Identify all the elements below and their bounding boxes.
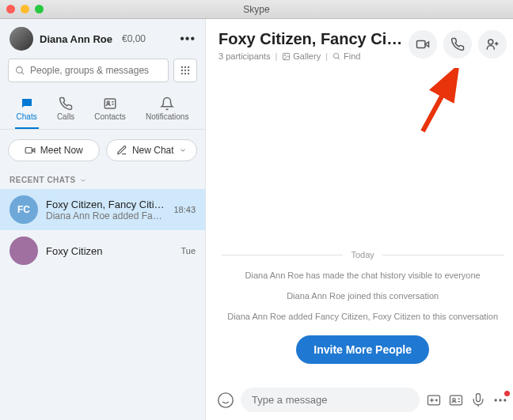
contact-card-button[interactable] — [448, 392, 464, 408]
participants-count[interactable]: 3 participants — [218, 51, 270, 61]
conversation-header: Foxy Citizen, Fancy Ci… 3 participants |… — [206, 19, 513, 69]
tab-contacts-label: Contacts — [94, 112, 125, 121]
svg-rect-21 — [417, 41, 426, 48]
system-message: Diana Ann Roe has made the chat history … — [245, 271, 481, 280]
chat-time: 18:43 — [173, 205, 196, 214]
search-icon — [332, 52, 341, 61]
user-row: Diana Ann Roe €0,00 ••• — [0, 19, 205, 55]
window-title: Skype — [243, 4, 269, 15]
new-chat-label: New Chat — [132, 145, 174, 156]
tab-notifications-label: Notifications — [146, 112, 188, 121]
message-input[interactable] — [252, 394, 408, 406]
user-balance[interactable]: €0,00 — [122, 33, 146, 44]
svg-point-32 — [436, 399, 438, 401]
maximize-window-button[interactable] — [35, 5, 44, 13]
svg-point-5 — [181, 70, 183, 71]
svg-line-20 — [338, 57, 340, 59]
chevron-down-icon — [179, 146, 187, 154]
search-icon — [15, 66, 25, 76]
svg-point-18 — [285, 55, 286, 55]
tab-calls[interactable]: Calls — [55, 93, 76, 129]
svg-point-4 — [188, 66, 189, 68]
search-input[interactable] — [30, 65, 162, 76]
find-link[interactable]: Find — [332, 51, 360, 61]
svg-point-19 — [333, 53, 338, 58]
meet-now-label: Meet Now — [40, 145, 83, 156]
svg-rect-33 — [450, 395, 462, 405]
main-panel: Foxy Citizen, Fancy Ci… 3 participants |… — [206, 19, 513, 420]
chat-list-item[interactable]: FC Foxy Citizen, Fancy CitizenDiana Ann … — [0, 189, 205, 230]
svg-point-0 — [17, 66, 23, 73]
notification-dot — [504, 391, 510, 396]
chat-title: Foxy Citizen — [46, 245, 173, 257]
more-menu-button[interactable]: ••• — [180, 32, 196, 46]
svg-point-8 — [181, 73, 183, 74]
svg-point-6 — [184, 70, 186, 71]
svg-point-40 — [500, 399, 502, 401]
svg-point-3 — [184, 66, 186, 68]
svg-point-7 — [188, 70, 189, 71]
svg-point-12 — [107, 101, 109, 104]
chat-list-item[interactable]: Foxy Citizen Tue — [0, 230, 205, 271]
tab-notifications[interactable]: Notifications — [144, 93, 190, 129]
meet-now-button[interactable]: Meet Now — [8, 139, 100, 161]
svg-point-9 — [184, 73, 186, 74]
tab-chats[interactable]: Chats — [15, 93, 39, 129]
chat-time: Tue — [180, 246, 196, 255]
svg-point-26 — [218, 392, 233, 407]
invite-more-button[interactable]: Invite More People — [296, 335, 429, 364]
audio-call-button[interactable] — [443, 30, 472, 59]
chat-avatar — [10, 236, 38, 265]
chat-avatar: FC — [10, 195, 38, 224]
composer — [206, 380, 513, 420]
svg-point-34 — [453, 398, 455, 400]
conversation-title[interactable]: Foxy Citizen, Fancy Ci… — [218, 30, 402, 48]
svg-point-10 — [188, 73, 189, 74]
minimize-window-button[interactable] — [21, 5, 29, 13]
nav-tabs: Chats Calls Contacts Notifications — [0, 89, 205, 130]
gallery-link[interactable]: Gallery — [282, 51, 321, 61]
svg-point-2 — [181, 66, 183, 68]
tab-contacts[interactable]: Contacts — [93, 93, 127, 129]
video-call-button[interactable] — [408, 30, 437, 59]
voice-message-button[interactable] — [470, 392, 486, 408]
system-message: Diana Ann Roe added Fancy Citizen, Foxy … — [227, 312, 498, 321]
svg-point-39 — [495, 399, 497, 401]
chat-title: Foxy Citizen, Fancy Citizen — [46, 199, 165, 210]
user-avatar[interactable] — [10, 27, 33, 51]
close-window-button[interactable] — [6, 5, 15, 13]
svg-point-23 — [488, 40, 493, 44]
add-media-button[interactable] — [426, 392, 442, 408]
titlebar: Skype — [0, 0, 513, 19]
emoji-button[interactable] — [217, 392, 234, 409]
chevron-down-icon — [79, 176, 87, 184]
chat-subtitle: Diana Ann Roe added Fancy … — [46, 210, 165, 221]
conversation-body: Today Diana Ann Roe has made the chat hi… — [206, 69, 513, 380]
gallery-icon — [282, 52, 291, 61]
svg-point-41 — [504, 399, 506, 401]
svg-line-1 — [21, 72, 24, 74]
svg-rect-11 — [104, 99, 116, 108]
add-participant-button[interactable] — [478, 30, 507, 59]
sidebar: Diana Ann Roe €0,00 ••• Chats Calls — [0, 19, 206, 420]
svg-rect-37 — [477, 393, 481, 401]
window-controls — [6, 5, 44, 13]
message-box[interactable] — [241, 388, 420, 412]
tab-calls-label: Calls — [57, 112, 74, 121]
day-divider: Today — [222, 250, 504, 259]
dialpad-button[interactable] — [173, 59, 197, 82]
more-options-button[interactable] — [492, 392, 508, 408]
chat-list: FC Foxy Citizen, Fancy CitizenDiana Ann … — [0, 189, 205, 271]
new-chat-button[interactable]: New Chat — [106, 139, 198, 161]
recent-chats-header[interactable]: RECENT CHATS — [0, 171, 205, 189]
tab-chats-label: Chats — [17, 112, 37, 121]
svg-rect-15 — [25, 148, 32, 153]
search-box[interactable] — [8, 59, 169, 82]
user-name: Diana Ann Roe — [40, 33, 112, 45]
system-message: Diana Ann Roe joined this conversation — [287, 291, 439, 301]
